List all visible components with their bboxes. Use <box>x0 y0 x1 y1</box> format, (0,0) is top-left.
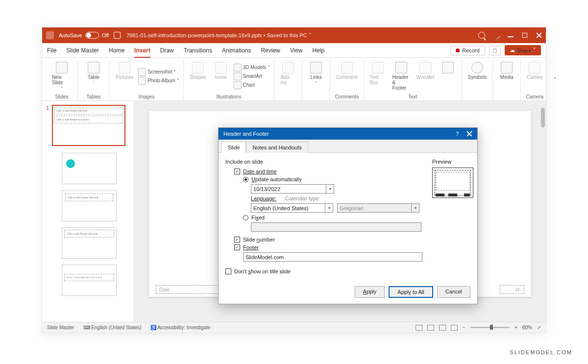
menu-view[interactable]: View <box>290 47 303 54</box>
slide-number-placeholder[interactable]: ‹#› <box>500 285 524 294</box>
icons-button[interactable]: Icons <box>211 60 231 93</box>
menu-slide-master[interactable]: Slide Master <box>66 47 99 54</box>
menubar: File Slide Master Home Insert Draw Trans… <box>42 43 546 58</box>
menu-transitions[interactable]: Transitions <box>184 47 212 54</box>
zoom-out-button[interactable]: − <box>463 325 466 330</box>
date-time-checkbox[interactable] <box>234 169 240 174</box>
icons-icon <box>215 62 227 73</box>
slideshow-view-icon[interactable] <box>451 325 458 331</box>
header-footer-icon <box>395 62 407 73</box>
text-box-button[interactable]: Text Box <box>368 60 388 93</box>
close-button[interactable] <box>536 32 542 38</box>
tab-slide[interactable]: Slide <box>221 142 246 153</box>
zoom-level[interactable]: 60% <box>522 325 532 330</box>
status-accessibility[interactable]: ♿ Accessibility: Investigate <box>150 325 211 330</box>
menu-animations[interactable]: Animations <box>222 47 251 54</box>
cameo-button[interactable]: Cameo <box>525 60 544 93</box>
powerpoint-icon <box>46 31 54 39</box>
autosave-toggle[interactable]: AutoSave Off <box>59 32 109 39</box>
menu-home[interactable]: Home <box>109 47 124 54</box>
shapes-button[interactable]: Shapes <box>188 60 208 93</box>
smartart-button[interactable]: SmartArt <box>234 73 270 80</box>
cancel-button[interactable]: Cancel <box>437 286 470 298</box>
language-combo[interactable]: English (United States)▾ <box>251 203 333 213</box>
slide-number-checkbox[interactable] <box>234 237 240 243</box>
master-thumb[interactable]: Click to edit Master title style Click t… <box>52 105 125 146</box>
update-auto-radio[interactable] <box>243 177 248 182</box>
vertical-scrollbar[interactable] <box>541 108 545 127</box>
addins-icon <box>282 62 294 73</box>
minimize-button[interactable] <box>508 36 514 37</box>
addins-button[interactable]: Add-ins <box>278 60 298 93</box>
screenshot-icon <box>138 68 146 76</box>
language-label: Language: <box>251 195 276 201</box>
dont-show-title-label: Don't show on title slide <box>234 268 291 274</box>
pen-icon[interactable] <box>492 31 501 39</box>
status-language[interactable]: ⌨ English (United States) <box>83 325 142 330</box>
footer-input[interactable]: SlideModel.com <box>243 252 422 262</box>
menu-help[interactable]: Help <box>313 47 325 54</box>
footer-checkbox[interactable] <box>234 244 240 250</box>
sorter-view-icon[interactable] <box>427 325 434 331</box>
table-button[interactable]: Table˅ <box>82 60 105 93</box>
share-button[interactable]: ☁ Share ˅ <box>505 45 541 55</box>
record-icon <box>456 49 460 52</box>
chevron-down-icon: ▾ <box>325 204 333 212</box>
menu-draw[interactable]: Draw <box>160 47 174 54</box>
header-footer-button[interactable]: Header & Footer <box>391 60 413 93</box>
toggle-icon <box>85 32 99 39</box>
thumbnail-panel[interactable]: 1 Click to edit Master title style Click… <box>42 101 134 322</box>
screenshot-button[interactable]: Screenshot ˅ <box>138 68 179 76</box>
apply-button[interactable]: Apply <box>355 286 385 298</box>
fit-to-window-button[interactable]: ⤢ <box>537 325 541 330</box>
wordart-icon <box>419 62 431 73</box>
photo-album-button[interactable]: Photo Album ˅ <box>138 77 179 85</box>
fixed-date-input <box>251 222 421 232</box>
zoom-slider[interactable] <box>470 327 510 328</box>
symbols-icon <box>471 62 483 73</box>
date-combo[interactable]: 10/13/2022▾ <box>251 184 334 194</box>
photo-album-icon <box>138 77 146 85</box>
dialog-close-button[interactable] <box>466 131 472 137</box>
normal-view-icon[interactable] <box>416 325 422 331</box>
new-slide-button[interactable]: New Slide˅ <box>50 60 74 93</box>
layout-thumb[interactable]: CLICK TO EDIT MASTER TITLE STYLE <box>62 265 117 296</box>
save-icon[interactable] <box>114 32 121 39</box>
pictures-icon <box>119 62 130 73</box>
apply-to-all-button[interactable]: Apply to All <box>389 286 433 298</box>
search-icon[interactable] <box>478 32 485 39</box>
record-button[interactable]: Record <box>450 46 485 55</box>
tab-notes-handouts[interactable]: Notes and Handouts <box>246 142 308 153</box>
thumb-number: 1 <box>44 105 49 146</box>
chevron-down-icon: ▾ <box>326 185 334 193</box>
layout-thumb[interactable] <box>62 153 117 184</box>
comment-button[interactable]: Comment <box>334 60 359 93</box>
links-icon <box>310 62 322 73</box>
dont-show-title-checkbox[interactable] <box>225 268 231 274</box>
3d-models-button[interactable]: 3D Models ˅ <box>234 64 270 72</box>
layout-thumb[interactable]: Click to edit Master title style <box>62 227 117 259</box>
symbols-button[interactable]: Symbols <box>466 60 489 93</box>
fixed-radio[interactable] <box>243 215 248 220</box>
present-button[interactable]: ▢ <box>489 46 501 55</box>
menu-review[interactable]: Review <box>261 47 280 54</box>
comment-icon <box>341 62 353 73</box>
menu-file[interactable]: File <box>47 47 56 54</box>
layout-thumb[interactable]: Click to edit Master title style <box>62 190 117 221</box>
dialog-titlebar[interactable]: Header and Footer ? <box>219 128 477 140</box>
dialog-help-button[interactable]: ? <box>456 131 459 137</box>
zoom-in-button[interactable]: + <box>514 325 517 330</box>
chart-button[interactable]: Chart <box>234 81 270 89</box>
media-button[interactable]: Media <box>497 60 516 93</box>
reading-view-icon[interactable] <box>439 325 446 331</box>
update-auto-label: Update automatically <box>251 176 302 182</box>
wordart-button[interactable]: WordArt <box>416 60 435 93</box>
links-button[interactable]: Links˅ <box>306 60 326 93</box>
collapse-ribbon-button[interactable]: ˅ <box>548 76 562 84</box>
pictures-button[interactable]: Pictures <box>114 60 135 93</box>
text-more-button[interactable] <box>438 60 458 93</box>
menu-insert[interactable]: Insert <box>134 47 150 58</box>
date-time-icon <box>442 62 454 73</box>
maximize-button[interactable] <box>522 33 527 38</box>
dialog-title: Header and Footer <box>223 131 269 137</box>
